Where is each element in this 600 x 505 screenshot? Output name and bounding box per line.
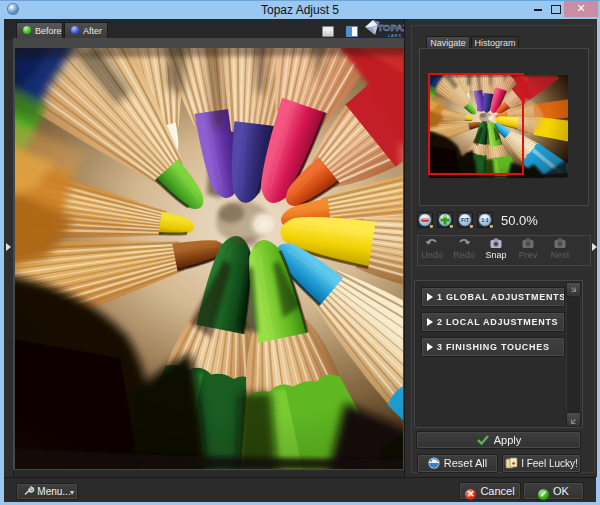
svg-text:1:1: 1:1 xyxy=(481,217,488,223)
svg-text:FIT: FIT xyxy=(461,217,469,223)
